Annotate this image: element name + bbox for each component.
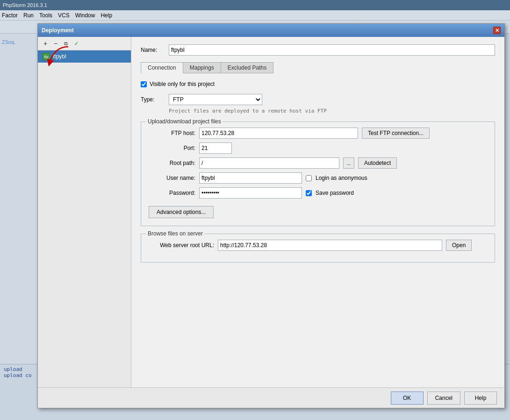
dialog-titlebar: Deployment ✕: [38, 24, 504, 37]
root-path-input[interactable]: [199, 157, 339, 169]
autodetect-button[interactable]: Autodetect: [358, 157, 397, 169]
open-button[interactable]: Open: [446, 240, 472, 251]
dialog-body: + − ⧉ ✓ ftp ftpybl Name: Connection Mapp…: [38, 37, 504, 387]
server-item-ftpybl[interactable]: ftp ftpybl: [38, 50, 131, 63]
root-path-browse-button[interactable]: ...: [343, 157, 354, 169]
web-server-url-input[interactable]: [218, 240, 442, 251]
deployment-dialog: Deployment ✕ + − ⧉ ✓ ftp ftpybl Name:: [37, 23, 505, 408]
ftp-host-label: FTP host:: [149, 130, 195, 136]
browse-section-title: Browse files on server: [146, 230, 205, 237]
menu-vcs[interactable]: VCS: [58, 12, 70, 19]
left-panel-content: ZSoq.: [0, 34, 42, 47]
server-list-toolbar: + − ⧉ ✓: [38, 37, 131, 50]
add-server-button[interactable]: +: [41, 39, 50, 48]
main-content: Name: Connection Mappings Excluded Paths…: [131, 37, 504, 387]
web-server-url-label: Web server root URL:: [149, 242, 214, 249]
left-panel: ZSoq.: [0, 34, 42, 392]
upload-section-title: Upload/download project files: [146, 118, 223, 125]
menu-window[interactable]: Window: [75, 12, 95, 19]
type-description: Project files are deployed to a remote h…: [169, 108, 495, 114]
help-button[interactable]: Help: [464, 392, 497, 405]
type-select[interactable]: FTP FTPS SFTP Local or mounted folder: [169, 94, 262, 105]
dialog-close-button[interactable]: ✕: [493, 27, 501, 34]
browse-section: Browse files on server Web server root U…: [141, 234, 495, 263]
ok-button[interactable]: OK: [391, 392, 424, 405]
menu-help[interactable]: Help: [101, 12, 112, 19]
ftp-host-row: FTP host: Test FTP connection...: [149, 128, 487, 139]
ide-titlebar: PhpStorm 2016.3.1: [0, 0, 510, 10]
save-password-label: Save password: [316, 190, 354, 196]
root-path-row: Root path: ... Autodetect: [149, 157, 487, 169]
dialog-footer: OK Cancel Help: [38, 387, 504, 408]
username-label: User name:: [149, 175, 195, 181]
tab-excluded-paths[interactable]: Excluded Paths: [221, 62, 273, 73]
test-ftp-button[interactable]: Test FTP connection...: [362, 128, 430, 139]
tab-connection[interactable]: Connection: [141, 62, 183, 73]
tabs: Connection Mappings Excluded Paths: [141, 62, 495, 73]
dialog-title: Deployment: [42, 27, 74, 34]
login-anonymous-label: Login as anonymous: [316, 175, 367, 181]
password-label: Password:: [149, 190, 195, 196]
server-list: + − ⧉ ✓ ftp ftpybl: [38, 37, 131, 387]
visible-label: Visible only for this project: [150, 81, 215, 87]
cancel-button[interactable]: Cancel: [427, 392, 460, 405]
port-label: Port:: [149, 145, 195, 151]
tab-mappings[interactable]: Mappings: [183, 62, 221, 73]
port-row: Port:: [149, 142, 487, 154]
root-path-label: Root path:: [149, 160, 195, 166]
name-input[interactable]: [169, 44, 495, 56]
web-server-url-row: Web server root URL: Open: [149, 240, 487, 251]
ide-title: PhpStorm 2016.3.1: [3, 2, 47, 8]
visible-checkbox[interactable]: [141, 81, 147, 87]
remove-server-button[interactable]: −: [51, 39, 60, 48]
name-label: Name:: [141, 47, 164, 53]
password-row: Password: Save password: [149, 187, 487, 199]
left-panel-text: ZSoq.: [2, 39, 40, 45]
menu-tools[interactable]: Tools: [39, 12, 52, 19]
menu-run[interactable]: Run: [23, 12, 34, 19]
name-row: Name:: [141, 44, 495, 56]
confirm-server-button[interactable]: ✓: [72, 39, 81, 48]
advanced-options-button[interactable]: Advanced options...: [149, 206, 214, 218]
visible-checkbox-row: Visible only for this project: [141, 81, 495, 87]
upload-section: Upload/download project files FTP host: …: [141, 121, 495, 226]
username-input[interactable]: [199, 172, 302, 184]
copy-server-button[interactable]: ⧉: [61, 39, 71, 48]
type-label: Type:: [141, 96, 164, 103]
server-item-label: ftpybl: [53, 53, 66, 60]
port-input[interactable]: [199, 142, 232, 154]
username-row: User name: Login as anonymous: [149, 172, 487, 184]
login-anonymous-checkbox[interactable]: [306, 175, 312, 181]
menu-factor[interactable]: Factor: [2, 12, 18, 19]
ide-menubar: Factor Run Tools VCS Window Help: [0, 10, 510, 21]
type-row: Type: FTP FTPS SFTP Local or mounted fol…: [141, 94, 495, 105]
ftp-host-input[interactable]: [199, 128, 358, 139]
password-input[interactable]: [199, 187, 302, 199]
server-icon: ftp: [43, 53, 50, 60]
advanced-options-container: Advanced options...: [149, 204, 487, 218]
save-password-checkbox[interactable]: [306, 190, 312, 196]
